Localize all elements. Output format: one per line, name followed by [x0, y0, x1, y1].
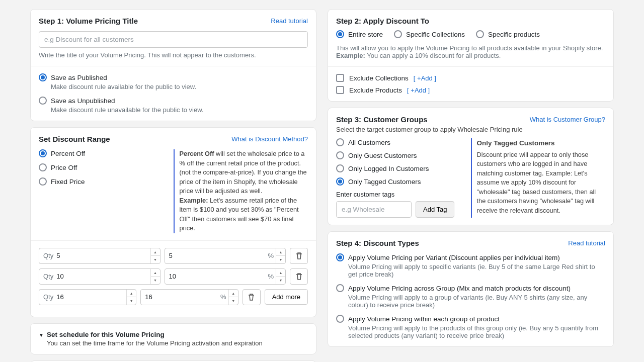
step4-title: Step 4: Discount Types: [336, 239, 419, 247]
within-group-radio[interactable]: Apply Volume Pricing within each group o…: [336, 315, 605, 323]
save-published-label: Save as Published: [51, 74, 107, 81]
qty-input[interactable]: Qty16▲▼: [39, 289, 136, 305]
volume-pricing-title-input[interactable]: [39, 31, 308, 48]
radio-icon: [39, 177, 47, 186]
read-tutorial-link[interactable]: Read tutorial: [568, 239, 605, 247]
radio-icon: [336, 315, 344, 323]
per-variant-radio[interactable]: Apply Volume Pricing per Variant (Discou…: [336, 253, 605, 261]
customer-tag-input[interactable]: [336, 201, 412, 218]
qty-row: Qty5▲▼ 5%▲▼: [39, 248, 308, 264]
spinner-icon[interactable]: ▲▼: [228, 290, 238, 305]
delete-row-button[interactable]: [243, 289, 261, 305]
add-collection-link[interactable]: [ +Add ]: [414, 74, 436, 82]
all-customers-radio[interactable]: All Customers: [336, 138, 465, 146]
step1-card: Step 1: Volume Pricing Title Read tutori…: [30, 9, 316, 121]
step2-title: Step 2: Apply Discount To: [336, 17, 605, 25]
save-unpublished-label: Save as Unpublished: [51, 97, 115, 105]
tag-label: Enter customer tags: [336, 191, 465, 198]
discount-range-card: Set Discount Range What is Discount Meth…: [30, 127, 316, 317]
value-input[interactable]: 16%▲▼: [140, 289, 238, 305]
read-tutorial-link[interactable]: Read tutorial: [271, 17, 308, 25]
qty-row: Qty16▲▼ 16%▲▼ Add more: [39, 289, 308, 305]
tagged-customers-radio[interactable]: Only Tagged Customers: [336, 177, 465, 186]
tagged-customers-callout: Only Tagged Customers Discount price wil…: [471, 138, 606, 218]
radio-icon: [39, 73, 47, 81]
discount-method-link[interactable]: What is Discount Method?: [231, 135, 308, 143]
step3-card: Step 3: Customer Groups What is Customer…: [328, 108, 614, 225]
radio-icon: [336, 284, 344, 292]
delete-row-button[interactable]: [290, 248, 308, 264]
schedule-title: Set schedule for this Volume Pricing: [47, 331, 263, 338]
value-input[interactable]: 5%▲▼: [165, 248, 286, 264]
radio-icon: [336, 253, 344, 261]
step2-card: Step 2: Apply Discount To Entire store S…: [328, 9, 614, 102]
trash-icon: [248, 293, 255, 301]
value-input[interactable]: 10%▲▼: [165, 268, 286, 285]
add-more-button[interactable]: Add more: [265, 289, 308, 305]
radio-icon: [336, 151, 344, 159]
add-product-link[interactable]: [ +Add ]: [407, 86, 430, 94]
radio-icon: [476, 30, 484, 38]
radio-icon: [336, 164, 344, 172]
step4-card: Step 4: Discount Types Read tutorial App…: [328, 231, 614, 347]
radio-icon: [336, 138, 344, 146]
radio-icon: [39, 149, 47, 157]
spinner-icon[interactable]: ▲▼: [276, 269, 285, 284]
radio-icon: [336, 30, 344, 38]
qty-input[interactable]: Qty10▲▼: [39, 268, 160, 285]
spinner-icon[interactable]: ▲▼: [150, 248, 160, 263]
add-tag-button[interactable]: Add Tag: [416, 201, 454, 218]
radio-icon: [394, 30, 402, 38]
across-group-radio[interactable]: Apply Volume Pricing across Group (Mix a…: [336, 284, 605, 292]
save-unpublished-radio[interactable]: Save as Unpublished: [39, 97, 308, 105]
qty-row: Qty10▲▼ 10%▲▼: [39, 268, 308, 285]
fixed-price-radio[interactable]: Fixed Price: [39, 177, 168, 186]
caret-down-icon: ▼: [39, 332, 44, 338]
schedule-accordion[interactable]: ▼ Set schedule for this Volume Pricing Y…: [30, 323, 316, 354]
step3-title: Step 3: Customer Groups: [336, 115, 428, 124]
delete-row-button[interactable]: [290, 268, 308, 285]
trash-icon: [295, 252, 303, 259]
customer-group-link[interactable]: What is Customer Group?: [530, 116, 605, 123]
specific-collections-radio[interactable]: Specific Collections: [394, 30, 465, 38]
radio-icon: [39, 163, 47, 171]
exclude-products-checkbox[interactable]: [336, 86, 344, 94]
spinner-icon[interactable]: ▲▼: [150, 269, 160, 284]
radio-icon: [39, 97, 47, 105]
percent-off-callout: Percent Off will set the wholesale price…: [174, 149, 308, 233]
qty-input[interactable]: Qty5▲▼: [39, 248, 160, 264]
logged-in-customers-radio[interactable]: Only Logged In Customers: [336, 164, 465, 172]
save-published-radio[interactable]: Save as Published: [39, 73, 308, 81]
specific-products-radio[interactable]: Specific products: [476, 30, 540, 38]
spinner-icon[interactable]: ▲▼: [126, 290, 136, 305]
spinner-icon[interactable]: ▲▼: [276, 248, 285, 263]
step1-title: Step 1: Volume Pricing Title: [39, 17, 138, 25]
price-off-radio[interactable]: Price Off: [39, 163, 168, 171]
percent-off-radio[interactable]: Percent Off: [39, 149, 168, 157]
discount-range-title: Set Discount Range: [39, 135, 110, 143]
trash-icon: [295, 273, 303, 280]
step1-help: Write the title of your Volume Pricing. …: [39, 51, 308, 59]
entire-store-radio[interactable]: Entire store: [336, 30, 383, 38]
exclude-collections-checkbox[interactable]: [336, 74, 344, 82]
guest-customers-radio[interactable]: Only Guest Customers: [336, 151, 465, 159]
radio-icon: [336, 177, 344, 186]
